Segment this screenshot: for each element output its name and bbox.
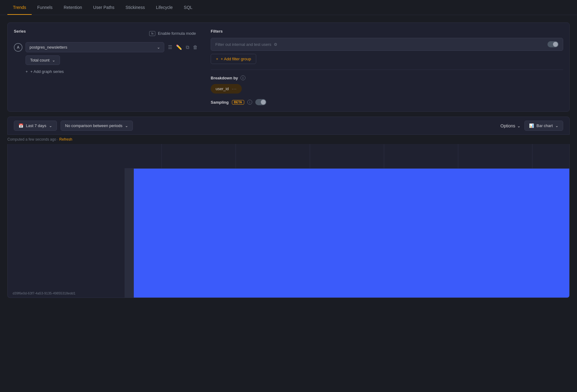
copy-icon[interactable]: ⧉ [185,44,190,51]
internal-filter-row: Filter out internal and test users ⚙ [211,38,563,51]
event-name: postgres_newsletters [30,45,67,50]
breakdown-value: user_id [216,86,229,91]
grid-line [532,144,532,168]
grid-line [236,144,236,168]
series-row: A postgres_newsletters ⌄ ☰ ✏️ ⧉ 🗑 [14,42,198,52]
enable-formula-mode-button[interactable]: fx Enable formula mode [147,30,198,37]
series-actions: ☰ ✏️ ⧉ 🗑 [167,44,198,51]
chevron-down-icon: ⌄ [125,123,128,128]
internal-filter-text: Filter out internal and test users ⚙ [215,42,277,47]
sampling-label: Sampling [211,100,229,105]
edit-icon[interactable]: ✏️ [175,44,183,51]
chart-inner: d39f6e0d-63f7-4a53-9135-49855318edd1 [8,144,569,298]
options-button[interactable]: Options ⌄ [500,123,521,128]
delete-icon[interactable]: 🗑 [192,44,198,51]
sampling-section: Sampling BETA i [211,99,563,105]
sampling-toggle[interactable] [255,99,266,105]
top-navigation: Trends Funnels Retention User Paths Stic… [0,0,577,15]
filters-label: Filters [211,29,563,34]
chevron-down-icon: ⌄ [157,45,160,50]
event-select[interactable]: postgres_newsletters ⌄ [26,42,164,52]
nav-item-user-paths[interactable]: User Paths [88,0,120,15]
chart-y-labels: d39f6e0d-63f7-4a53-9135-49855318edd1 [8,144,125,298]
formula-icon: fx [149,31,155,36]
breakdown-label: Breakdown by [211,76,238,80]
toolbar-right: Options ⌄ 📊 Bar chart ⌄ [500,121,563,131]
breakdown-tag[interactable]: user_id ··· [211,84,242,94]
beta-badge: BETA [232,100,244,105]
calendar-icon: 📅 [18,123,23,128]
comparison-button[interactable]: No comparison between periods ⌄ [61,121,133,131]
chevron-down-icon: ⌄ [52,58,55,62]
chart-row-label: d39f6e0d-63f7-4a53-9135-49855318edd1 [13,291,120,298]
refresh-button[interactable]: Refresh [59,137,72,142]
breakdown-info-icon[interactable]: i [241,75,245,80]
nav-item-trends[interactable]: Trends [7,0,32,15]
series-section: Series fx Enable formula mode A postgres… [14,29,198,105]
nav-item-sql[interactable]: SQL [178,0,198,15]
gear-icon[interactable]: ⚙ [274,42,277,47]
more-options-icon[interactable]: ··· [232,86,237,91]
grid-line [384,144,384,168]
comparison-label: No comparison between periods [65,123,122,128]
grid-line [458,144,458,168]
filter-text: Filter out internal and test users [215,42,271,47]
chevron-down-icon: ⌄ [555,123,559,128]
bar-chart-icon: 📊 [529,123,534,128]
add-filter-group-label: + Add filter group [221,57,251,61]
total-count-label: Total count [30,58,50,62]
nav-item-stickiness[interactable]: Stickiness [120,0,150,15]
add-graph-series-label: + Add graph series [30,69,64,74]
main-content: Series fx Enable formula mode A postgres… [0,15,577,305]
bar-chart-label: Bar chart [536,123,553,128]
internal-filter-toggle[interactable] [547,41,559,47]
formula-mode-label: Enable formula mode [158,31,196,36]
chevron-down-icon: ⌄ [517,123,521,128]
plus-icon: + [26,69,28,74]
grid-line [310,144,310,168]
separator: · [57,137,58,142]
blue-bar [134,169,569,298]
total-count-button[interactable]: Total count ⌄ [26,55,60,65]
breakdown-section: Breakdown by i user_id ··· [211,70,563,94]
nav-item-retention[interactable]: Retention [58,0,88,15]
computed-text: Computed a few seconds ago [7,137,56,142]
nav-item-lifecycle[interactable]: Lifecycle [150,0,178,15]
options-label: Options [500,123,515,128]
filter-icon[interactable]: ☰ [167,44,173,51]
chevron-down-icon: ⌄ [49,123,52,128]
add-graph-series-button[interactable]: + + Add graph series [26,69,198,74]
breakdown-header: Breakdown by i [211,75,563,80]
chart-bars-area [125,144,569,298]
date-range-label: Last 7 days [26,123,46,128]
chart-area: d39f6e0d-63f7-4a53-9135-49855318edd1 [7,144,570,298]
add-filter-group-button[interactable]: + + Add filter group [211,54,256,64]
sampling-info-icon[interactable]: i [247,100,252,105]
nav-item-funnels[interactable]: Funnels [32,0,58,15]
series-badge-a: A [14,43,22,52]
plus-icon: + [216,57,218,61]
series-label: Series [14,29,26,34]
chart-main-bar [125,169,569,298]
computed-bar: Computed a few seconds ago · Refresh [7,135,570,144]
filters-section: Filters Filter out internal and test use… [211,29,563,105]
bar-chart-button[interactable]: 📊 Bar chart ⌄ [524,121,563,131]
grid-line [161,144,162,168]
chart-grid [125,144,569,169]
config-panel: Series fx Enable formula mode A postgres… [7,22,570,112]
chart-toolbar: 📅 Last 7 days ⌄ No comparison between pe… [7,117,570,135]
date-range-button[interactable]: 📅 Last 7 days ⌄ [14,121,57,131]
